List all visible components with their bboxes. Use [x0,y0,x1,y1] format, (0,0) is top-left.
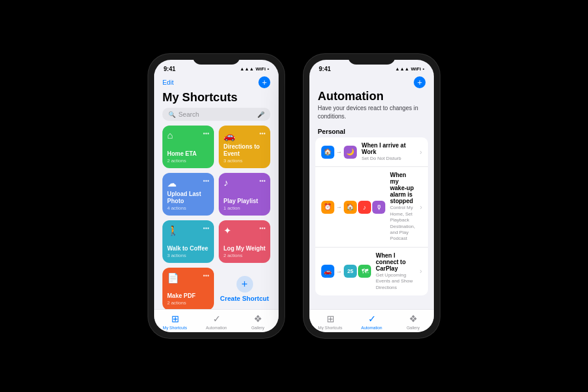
my-shortcuts-tab-label: My Shortcuts [163,326,187,330]
alarm-clock-icon: ⏰ [321,201,334,214]
arrow-1: → [336,149,342,155]
battery-icon: ▪ [267,66,269,72]
create-plus-icon: + [237,276,253,293]
tab-bar-2: ⊞ My Shortcuts ✓ Automation ❖ Gallery [309,309,434,332]
home-eta-name: Home ETA [167,150,209,158]
shortcut-card-playlist[interactable]: ♪ ••• Play Playlist 1 action [219,173,270,216]
personal-section-header: Personal [309,126,434,137]
wifi-icon: WiFi [255,66,266,72]
work-icons: 🏠 → 🌙 [321,146,357,159]
playlist-actions: 1 action [223,205,266,211]
gallery-tab-icon-1: ❖ [254,313,262,324]
time-2: 9:41 [319,66,331,72]
carplay-desc: Get Upcoming Events and Show Directions [376,272,415,291]
my-shortcuts-tab-label-2: My Shortcuts [318,326,343,330]
wifi-icon-2: WiFi [411,66,421,72]
tab-gallery-2[interactable]: ❖ Gallery [392,313,434,330]
directions-icon: 🚗 [223,130,235,142]
search-icon: 🔍 [168,111,175,118]
weight-more[interactable]: ••• [259,225,266,232]
alarm-music-icon: ♪ [358,201,371,214]
shortcut-card-pdf[interactable]: 📄 ••• Make PDF 2 actions [162,268,214,309]
work-house-icon: 🏠 [321,146,334,159]
pdf-name: Make PDF [167,293,209,300]
home-eta-actions: 2 actions [167,158,209,163]
tab-automation-1[interactable]: ✓ Automation [196,313,237,330]
automation-list: 🏠 → 🌙 When I arrive at Work Set Do Not D… [315,137,428,295]
edit-button[interactable]: Edit [162,79,174,86]
pdf-more[interactable]: ••• [203,272,209,279]
shortcut-card-directions[interactable]: 🚗 ••• Directions to Event 3 actions [219,126,270,168]
carplay-num-badge: 25 [344,265,357,278]
tab-my-shortcuts-2[interactable]: ⊞ My Shortcuts [309,313,351,330]
my-shortcuts-tab-icon: ⊞ [171,313,179,324]
carplay-icons: 🚗 → 25 🗺 [321,265,371,278]
carplay-map-icon: 🗺 [358,265,371,278]
weight-icon: ✦ [223,225,231,236]
work-chevron: › [420,148,422,156]
coffee-more[interactable]: ••• [203,225,209,232]
automation-subtitle: Have your devices react to changes in co… [309,104,434,126]
shortcuts-grid: ⌂ ••• Home ETA 2 actions 🚗 ••• [154,126,279,309]
playlist-more[interactable]: ••• [259,178,266,184]
mic-icon: 🎤 [257,111,264,118]
add-shortcut-button[interactable]: + [258,76,270,88]
coffee-actions: 3 actions [167,253,209,258]
screen-1: 9:41 ▲▲▲ WiFi ▪ Edit + My Shortcuts 🔍 Se… [154,60,279,332]
phone-2: 9:41 ▲▲▲ WiFi ▪ + Automation Have your d… [303,54,440,338]
create-shortcut-card[interactable]: + Create Shortcut [219,268,270,309]
automation-tab-icon-2: ✓ [368,313,376,324]
automation-header-row: + [309,74,434,89]
status-icons-2: ▲▲▲ WiFi ▪ [395,66,424,72]
carplay-text: When I connect to CarPlay Get Upcoming E… [376,252,415,291]
carplay-chevron: › [420,267,422,275]
alarm-home-icon: 🏠 [344,201,357,214]
shortcut-card-weight[interactable]: ✦ ••• Log My Weight 2 actions [219,220,270,263]
playlist-name: Play Playlist [223,198,266,205]
shortcut-card-home-eta[interactable]: ⌂ ••• Home ETA 2 actions [162,126,214,168]
directions-more[interactable]: ••• [259,130,266,137]
signal-icon-2: ▲▲▲ [395,66,410,72]
notch-1 [193,54,240,65]
playlist-icon: ♪ [223,178,228,188]
shortcuts-header: Edit + [154,74,279,89]
home-eta-more[interactable]: ••• [203,130,209,137]
automation-item-carplay[interactable]: 🚗 → 25 🗺 When I connect to CarPlay Get U… [315,248,428,295]
directions-actions: 3 actions [223,158,266,163]
alarm-title: When my wake-up alarm is stopped [390,172,415,204]
upload-name: Upload Last Photo [167,191,209,205]
upload-actions: 4 actions [167,205,209,211]
gallery-tab-icon-2: ❖ [409,313,417,324]
search-placeholder: Search [178,111,254,118]
work-title: When I arrive at Work [362,142,415,155]
carplay-car-icon: 🚗 [321,265,334,278]
carplay-title: When I connect to CarPlay [376,252,415,272]
automation-content: + Automation Have your devices react to … [309,74,434,309]
search-bar[interactable]: 🔍 Search 🎤 [162,108,270,121]
tab-automation-2[interactable]: ✓ Automation [351,313,392,330]
shortcut-card-coffee[interactable]: 🚶 ••• Walk to Coffee 3 actions [162,220,214,263]
gallery-tab-label-2: Gallery [407,326,420,330]
status-icons-1: ▲▲▲ WiFi ▪ [240,66,269,72]
arrow-2: → [336,204,342,210]
coffee-name: Walk to Coffee [167,245,209,252]
pdf-actions: 2 actions [167,300,209,306]
automation-item-alarm[interactable]: ⏰ → 🏠 ♪ 🎙 When my wake-up alarm is stopp… [315,167,428,247]
add-automation-button[interactable]: + [414,76,426,88]
coffee-icon: 🚶 [167,225,179,236]
pdf-icon: 📄 [167,272,179,284]
shortcut-card-upload[interactable]: ☁ ••• Upload Last Photo 4 actions [162,173,214,216]
tab-gallery-1[interactable]: ❖ Gallery [237,313,279,330]
time-1: 9:41 [164,66,175,72]
tab-my-shortcuts[interactable]: ⊞ My Shortcuts [154,313,196,330]
page-title-automation: Automation [309,89,434,104]
automation-item-work[interactable]: 🏠 → 🌙 When I arrive at Work Set Do Not D… [315,137,428,167]
work-text: When I arrive at Work Set Do Not Disturb [362,142,415,162]
work-moon-icon: 🌙 [344,146,357,159]
shortcuts-content: Edit + My Shortcuts 🔍 Search 🎤 ⌂ ••• [154,74,279,309]
upload-more[interactable]: ••• [203,178,209,184]
alarm-podcast-icon: 🎙 [372,201,385,214]
alarm-desc: Control My Home, Set Playback Destinatio… [390,205,415,242]
arrow-3: → [336,268,342,275]
notch-2 [348,54,395,65]
